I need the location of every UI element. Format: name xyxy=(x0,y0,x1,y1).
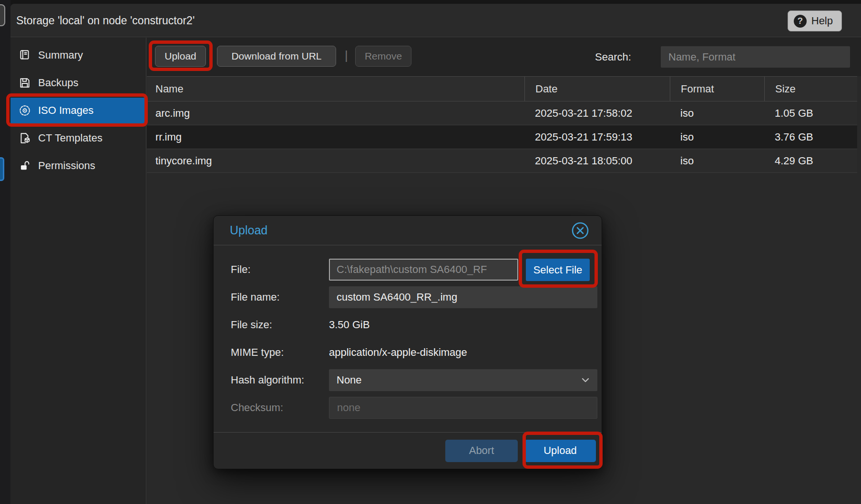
cropped-left-panel-edge xyxy=(0,0,10,504)
page-title: Storage 'local' on node 'constructor2' xyxy=(16,4,195,37)
file-name-row: File name: xyxy=(214,283,602,311)
titlebar: Storage 'local' on node 'constructor2' ?… xyxy=(10,4,861,37)
toolbar: Upload Download from URL | Remove Search… xyxy=(147,38,861,76)
floppy-icon xyxy=(18,77,31,90)
column-header-name[interactable]: Name xyxy=(147,77,524,101)
checksum-row: Checksum: xyxy=(214,394,602,422)
cell-size: 4.29 GB xyxy=(764,149,857,172)
disc-icon xyxy=(18,104,31,117)
template-icon xyxy=(18,132,31,145)
help-label: Help xyxy=(811,15,833,27)
sidebar-item-label: Backups xyxy=(38,77,78,89)
sidebar-item-label: Permissions xyxy=(38,160,95,172)
file-row: File: Select File xyxy=(214,256,602,283)
dialog-header: Upload xyxy=(214,216,602,245)
checksum-input xyxy=(329,397,597,419)
hash-algorithm-row: Hash algorithm: None xyxy=(214,366,602,394)
iso-table: Name Date Format Size arc.img 2025-03-21… xyxy=(147,76,857,173)
dialog-footer: Abort Upload xyxy=(214,432,602,469)
cell-size: 3.76 GB xyxy=(764,125,857,149)
file-size-label: File size: xyxy=(231,311,272,339)
sidebar-item-permissions[interactable]: Permissions xyxy=(10,153,144,179)
cropped-button-fragment xyxy=(0,4,5,26)
sidebar-item-iso-images[interactable]: ISO Images xyxy=(10,98,144,123)
cell-format: iso xyxy=(670,149,764,172)
mime-type-value: application/x-apple-diskimage xyxy=(329,342,467,363)
sidebar-item-label: CT Templates xyxy=(38,132,102,144)
upload-dialog: Upload File: Select File File name: File… xyxy=(213,215,602,469)
sidebar-item-label: ISO Images xyxy=(38,104,93,117)
sidebar-item-backups[interactable]: Backups xyxy=(10,70,144,96)
abort-button[interactable]: Abort xyxy=(445,440,518,462)
table-row[interactable]: arc.img 2025-03-21 17:58:02 iso 1.05 GB xyxy=(147,101,857,125)
cropped-selection-fragment xyxy=(0,157,4,181)
cell-format: iso xyxy=(670,125,764,149)
column-header-format[interactable]: Format xyxy=(670,77,764,101)
hash-algorithm-value: None xyxy=(329,369,597,391)
remove-button[interactable]: Remove xyxy=(355,46,411,67)
upload-toolbar-button[interactable]: Upload xyxy=(155,46,206,67)
file-name-label: File name: xyxy=(231,283,280,311)
select-file-button[interactable]: Select File xyxy=(526,259,590,281)
toolbar-separator: | xyxy=(345,48,348,63)
proxmox-storage-screen: { "window": { "title": "Storage 'local' … xyxy=(0,0,861,504)
mime-type-label: MIME type: xyxy=(231,339,284,366)
file-size-value: 3.50 GiB xyxy=(329,314,370,336)
cell-size: 1.05 GB xyxy=(764,101,857,125)
cell-name: arc.img xyxy=(147,101,524,125)
cell-name: tinycore.img xyxy=(147,149,524,172)
column-header-date[interactable]: Date xyxy=(524,77,670,101)
book-icon xyxy=(18,49,31,62)
mime-type-row: MIME type: application/x-apple-diskimage xyxy=(214,339,602,366)
search-input[interactable] xyxy=(661,46,850,68)
file-path-input[interactable] xyxy=(329,259,518,281)
sidebar-item-summary[interactable]: Summary xyxy=(10,42,144,68)
dialog-body: File: Select File File name: File size: … xyxy=(214,245,602,422)
checksum-label: Checksum: xyxy=(231,394,283,422)
download-from-url-button[interactable]: Download from URL xyxy=(217,46,336,67)
sidebar-item-label: Summary xyxy=(38,49,83,61)
hash-algorithm-label: Hash algorithm: xyxy=(231,366,304,394)
chevron-down-icon xyxy=(580,375,591,385)
cell-name: rr.img xyxy=(147,125,524,149)
file-size-row: File size: 3.50 GiB xyxy=(214,311,602,339)
table-row[interactable]: tinycore.img 2025-03-21 18:05:00 iso 4.2… xyxy=(147,149,857,173)
file-name-input[interactable] xyxy=(329,286,597,308)
file-label: File: xyxy=(231,256,251,283)
sidebar-item-ct-templates[interactable]: CT Templates xyxy=(10,125,144,151)
search-label: Search: xyxy=(595,38,631,76)
column-header-size[interactable]: Size xyxy=(764,77,857,101)
table-header-row: Name Date Format Size xyxy=(147,76,857,101)
dialog-title: Upload xyxy=(230,216,267,244)
sidebar: Summary Backups ISO Images CT Templates … xyxy=(10,38,146,504)
table-row[interactable]: rr.img 2025-03-21 17:59:13 iso 3.76 GB xyxy=(147,125,857,149)
cell-date: 2025-03-21 17:58:02 xyxy=(524,101,670,125)
cell-format: iso xyxy=(670,101,764,125)
help-icon: ? xyxy=(794,15,807,28)
hash-algorithm-select[interactable]: None xyxy=(329,369,597,391)
dialog-upload-button[interactable]: Upload xyxy=(524,440,596,462)
help-button[interactable]: ? Help xyxy=(788,10,842,31)
unlock-icon xyxy=(18,160,31,172)
close-icon[interactable] xyxy=(571,222,589,240)
cell-date: 2025-03-21 17:59:13 xyxy=(524,125,670,149)
cell-date: 2025-03-21 18:05:00 xyxy=(524,149,670,172)
